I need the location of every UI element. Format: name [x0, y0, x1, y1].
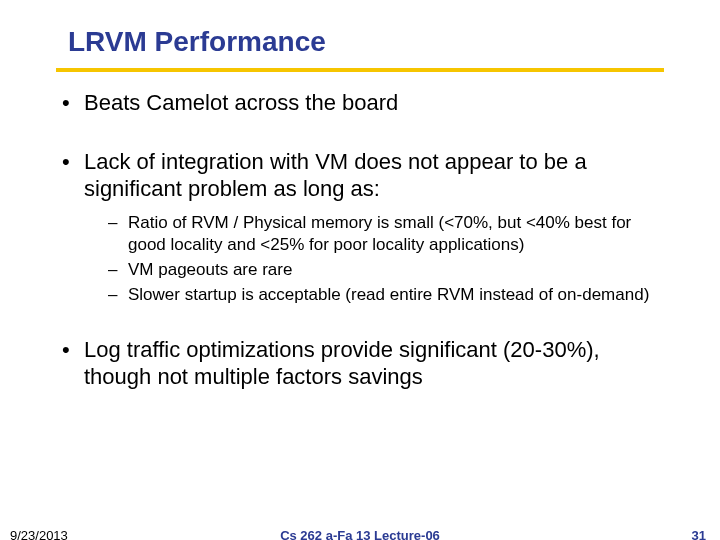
bullet-item: Log traffic optimizations provide signif… — [56, 337, 664, 391]
bullet-list: Beats Camelot across the board Lack of i… — [56, 90, 664, 391]
bullet-text: Beats Camelot across the board — [84, 90, 398, 115]
bullet-text: Lack of integration with VM does not app… — [84, 149, 587, 201]
footer-pagenum: 31 — [692, 528, 706, 540]
bullet-item: Beats Camelot across the board — [56, 90, 664, 117]
footer-lecture: Cs 262 a-Fa 13 Lecture-06 — [0, 528, 720, 540]
title-underline — [56, 68, 664, 72]
bullet-item: Lack of integration with VM does not app… — [56, 149, 664, 306]
sub-item: VM pageouts are rare — [84, 259, 664, 280]
slide-title: LRVM Performance — [68, 26, 664, 58]
sub-list: Ratio of RVM / Physical memory is small … — [84, 212, 664, 305]
sub-item: Ratio of RVM / Physical memory is small … — [84, 212, 664, 255]
slide: LRVM Performance Beats Camelot across th… — [0, 0, 720, 540]
bullet-text: Log traffic optimizations provide signif… — [84, 337, 600, 389]
sub-item: Slower startup is acceptable (read entir… — [84, 284, 664, 305]
